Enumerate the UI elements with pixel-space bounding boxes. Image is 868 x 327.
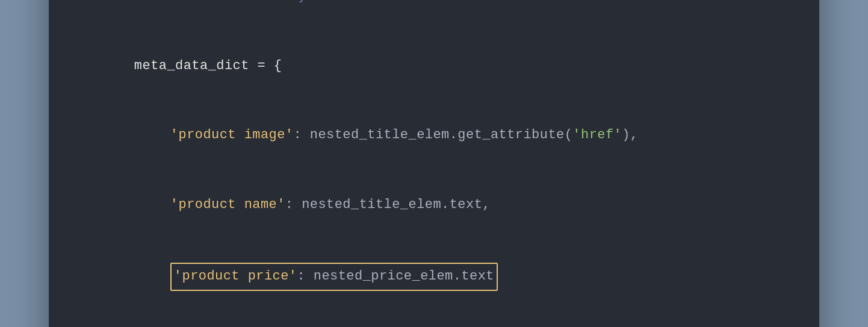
line-3: 'product name': nested_title_elem.text, xyxy=(85,170,783,240)
line-1: meta_data_dict = { xyxy=(85,31,783,101)
comment-line: # Create a dictionary of the meta-data o… xyxy=(85,0,783,31)
line-4-highlighted: 'product price': nested_price_elem.text xyxy=(85,240,783,314)
code-block: # Create a dictionary of the meta-data o… xyxy=(49,0,819,327)
closing-line: } xyxy=(85,314,783,327)
code-window: # Create a dictionary of the meta-data o… xyxy=(49,0,819,327)
highlighted-code: 'product price': nested_price_elem.text xyxy=(170,263,498,291)
line-2: 'product image': nested_title_elem.get_a… xyxy=(85,101,783,171)
